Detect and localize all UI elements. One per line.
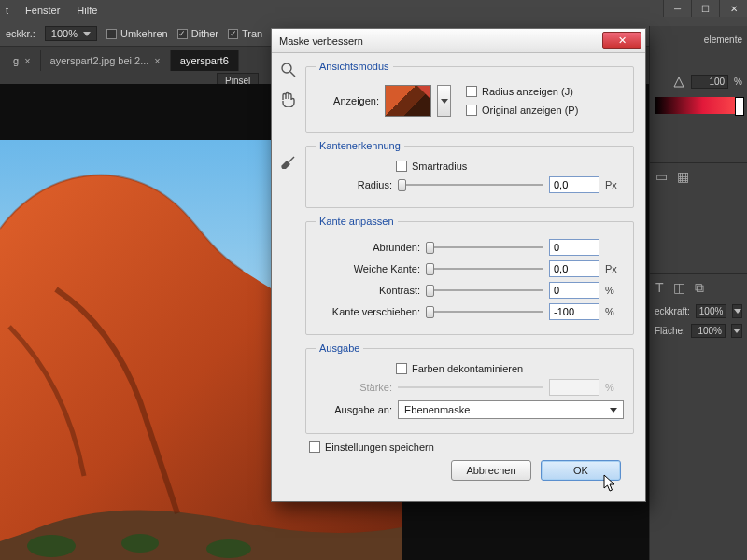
- group-legend: Ausgabe: [316, 343, 363, 354]
- amount-slider: [398, 381, 543, 394]
- amount-label: Stärke:: [316, 382, 392, 393]
- document-tab[interactable]: g×: [4, 50, 41, 71]
- feather-label: Weiche Kante:: [316, 263, 420, 274]
- menu-item-hilfe[interactable]: Hilfe: [77, 5, 97, 16]
- transform-icon[interactable]: ◫: [673, 280, 685, 296]
- show-radius-checkbox[interactable]: Radius anzeigen (J): [466, 86, 578, 97]
- shift-edge-label: Kante verschieben:: [316, 306, 420, 317]
- dialog-close-button[interactable]: ✕: [602, 32, 641, 49]
- transparency-checkbox[interactable]: ✓Tran: [228, 28, 262, 39]
- svg-line-5: [290, 72, 295, 77]
- dialog-tool-column: [272, 53, 303, 501]
- document-tab-active[interactable]: ayerspart6: [171, 50, 239, 71]
- show-original-checkbox[interactable]: Original anzeigen (P): [466, 105, 578, 116]
- refine-mask-dialog: Maske verbessern ✕ Ansichtsmodus Anzeige…: [271, 28, 646, 502]
- feather-input[interactable]: [549, 260, 599, 277]
- right-panel: elemente 100 % ▭ ▦ T ◫ ⧉ eckkraft: 100% …: [649, 26, 747, 560]
- svg-line-6: [289, 157, 294, 162]
- opacity-dropdown[interactable]: 100%: [45, 26, 97, 41]
- chevron-down-icon: [441, 99, 448, 104]
- triangle-icon: [672, 76, 685, 89]
- shift-edge-input[interactable]: [549, 303, 599, 320]
- contrast-slider[interactable]: [426, 284, 543, 297]
- group-legend: Kante anpassen: [316, 216, 398, 227]
- output-group: Ausgabe Farben dekontaminieren Stärke: %…: [305, 343, 634, 434]
- svg-point-3: [206, 539, 251, 558]
- adjust-edge-group: Kante anpassen Abrunden: Weiche Kante: P…: [305, 216, 634, 335]
- svg-point-2: [121, 534, 159, 553]
- dialog-title: Maske verbessern: [279, 35, 363, 47]
- grid-icon[interactable]: ▦: [677, 169, 689, 184]
- fill-panel-label: Fläche:: [655, 326, 685, 336]
- view-thumbnail[interactable]: [385, 85, 431, 117]
- opacity-panel-value[interactable]: 100%: [696, 304, 727, 318]
- unit-label: %: [605, 382, 624, 393]
- contrast-label: Kontrast:: [316, 285, 420, 296]
- group-legend: Kantenerkennung: [316, 140, 404, 151]
- menu-item-fenster[interactable]: Fenster: [25, 5, 60, 16]
- close-button[interactable]: ✕: [719, 0, 747, 17]
- edge-detection-group: Kantenerkennung Smartradius Radius: Px: [305, 140, 634, 208]
- contrast-input[interactable]: [549, 282, 599, 299]
- panel-icon[interactable]: ▭: [655, 169, 668, 184]
- chevron-down-icon: [83, 32, 91, 36]
- opacity-label: eckkr.:: [6, 28, 35, 39]
- dither-checkbox[interactable]: ✓Dither: [177, 28, 218, 39]
- unit-label: %: [605, 285, 624, 296]
- fill-panel-value[interactable]: 100%: [691, 324, 726, 338]
- dropdown-button[interactable]: [732, 304, 742, 318]
- radius-input[interactable]: [549, 176, 599, 193]
- smooth-label: Abrunden:: [316, 242, 420, 253]
- svg-point-4: [282, 63, 291, 73]
- amount-input: [549, 379, 599, 396]
- dialog-titlebar[interactable]: Maske verbessern ✕: [272, 29, 645, 53]
- group-legend: Ansichtsmodus: [316, 61, 393, 72]
- smooth-input[interactable]: [549, 239, 599, 256]
- link-icon[interactable]: ⧉: [695, 280, 704, 296]
- unit-label: %: [605, 306, 624, 317]
- invert-checkbox[interactable]: Umkehren: [106, 28, 168, 39]
- close-icon[interactable]: ×: [154, 55, 160, 66]
- brush-icon[interactable]: [279, 152, 296, 169]
- view-thumbnail-dropdown[interactable]: [437, 85, 451, 117]
- menu-bar: t Fenster Hilfe: [0, 0, 747, 21]
- dropdown-button[interactable]: [731, 324, 742, 338]
- maximize-button[interactable]: ☐: [691, 0, 719, 17]
- minimize-button[interactable]: ─: [663, 0, 691, 17]
- zoom-icon[interactable]: [279, 61, 296, 77]
- output-to-select[interactable]: Ebenenmaske: [398, 400, 624, 419]
- panel-title: elemente: [704, 35, 742, 45]
- shift-edge-slider[interactable]: [426, 305, 543, 318]
- close-icon[interactable]: ×: [24, 55, 30, 66]
- feather-slider[interactable]: [426, 262, 543, 275]
- unit-label: Px: [605, 179, 624, 190]
- percent-label: %: [734, 77, 742, 87]
- dialog-footer: Abbrechen OK: [305, 455, 634, 492]
- show-label: Anzeigen:: [316, 95, 379, 106]
- menu-item[interactable]: t: [6, 5, 8, 16]
- radius-slider[interactable]: [398, 178, 543, 191]
- save-settings-checkbox[interactable]: Einstellungen speichern: [309, 441, 634, 453]
- text-icon[interactable]: T: [655, 280, 664, 296]
- smooth-slider[interactable]: [426, 241, 543, 254]
- value-box[interactable]: 100: [691, 75, 728, 89]
- smart-radius-checkbox[interactable]: Smartradius: [396, 161, 624, 172]
- ok-button[interactable]: OK: [541, 460, 621, 481]
- unit-label: Px: [605, 263, 624, 274]
- opacity-panel-label: eckkraft:: [655, 306, 690, 316]
- radius-label: Radius:: [316, 179, 392, 190]
- gradient-preview[interactable]: [655, 97, 742, 114]
- output-to-label: Ausgabe an:: [316, 404, 392, 415]
- decontaminate-checkbox[interactable]: Farben dekontaminieren: [396, 363, 624, 374]
- view-mode-group: Ansichtsmodus Anzeigen: Radius anzeigen …: [305, 61, 634, 133]
- chevron-down-icon: [610, 408, 617, 413]
- window-controls: ─ ☐ ✕: [663, 0, 747, 17]
- document-tab[interactable]: ayerspart2.jpg bei 2...×: [41, 50, 171, 71]
- hand-icon[interactable]: [279, 91, 296, 107]
- cancel-button[interactable]: Abbrechen: [451, 460, 531, 481]
- svg-point-1: [27, 535, 76, 557]
